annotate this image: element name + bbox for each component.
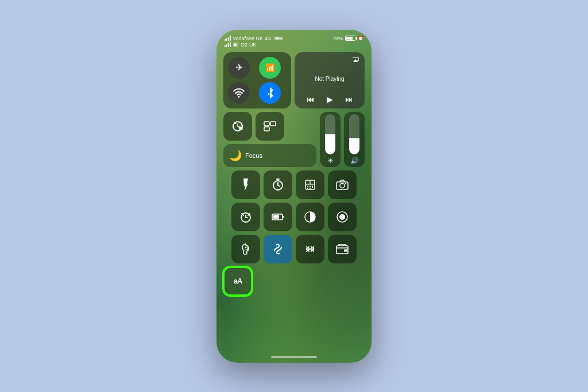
carrier1-label: vodafone UK 4G [233,36,272,41]
noise-control-icon [304,243,316,255]
svg-rect-4 [270,122,276,126]
row-accessibility [223,235,365,263]
lte-badge: ▶ [233,42,238,47]
svg-text:—: — [274,215,277,219]
screen-mirror-icon [264,121,276,131]
dark-mode-icon [304,211,316,223]
bluetooth-icon [266,87,274,99]
flashlight-icon [242,178,249,191]
phone-frame: vodafone UK 4G VPN ▶ O2-UK 78% [216,30,372,363]
play-button[interactable]: ▶ [327,95,333,104]
focus-button[interactable]: 🌙 Focus [223,144,316,167]
home-indicator [271,356,317,358]
shazam-button[interactable] [264,235,292,263]
svg-rect-17 [307,188,308,189]
prev-button[interactable]: ⏮ [307,95,315,104]
display-text-icon: aA [234,277,242,285]
svg-point-21 [345,183,346,184]
alarm-icon [239,211,252,223]
content-area: vodafone UK 4G VPN ▶ O2-UK 78% [216,30,372,363]
dark-mode-button[interactable] [296,203,324,231]
alarm-status-icon: ⏰ [358,36,363,41]
battery-widget-button[interactable]: — [264,203,292,231]
row-connectivity: ✈ 📶 [223,52,365,108]
screen-record-icon [336,211,349,223]
signal-bars-1 [225,36,231,41]
wifi-button[interactable] [228,82,250,104]
svg-rect-28 [283,216,284,218]
row-extras: — [223,203,365,231]
flashlight-button[interactable] [231,170,260,199]
brightness-track [325,114,335,154]
battery-fill [346,37,353,40]
screen-record-button[interactable] [328,203,357,231]
calculator-icon [304,179,316,191]
vpn-badge: VPN [274,37,283,40]
display-text-button[interactable]: aA [223,267,252,296]
svg-point-34 [245,246,247,248]
hearing-icon [241,243,251,255]
tools-top-row [223,112,316,141]
alarm-button[interactable] [231,203,260,231]
shazam-icon [272,243,284,255]
connectivity-block: ✈ 📶 [223,52,291,108]
airplay-icon [352,57,359,63]
battery-icon [345,36,355,41]
signal-bars-2 [225,42,231,47]
bluetooth-button[interactable] [259,82,281,104]
status-left: vodafone UK 4G VPN ▶ O2-UK [225,36,283,48]
now-playing-widget: Not Playing ⏮ ▶ ⏭ [295,52,365,108]
carrier1-row: vodafone UK 4G VPN [225,36,283,41]
hearing-button[interactable] [231,235,260,263]
volume-slider[interactable]: 🔊 [344,112,365,167]
svg-rect-14 [307,185,308,187]
svg-line-8 [278,185,280,187]
timer-icon [272,178,284,191]
wallet-icon [336,244,349,254]
volume-icon: 🔊 [350,157,359,165]
carrier2-row: ▶ O2-UK [225,42,283,48]
brightness-slider[interactable]: ☀ [320,112,341,167]
timer-button[interactable] [264,170,292,199]
svg-rect-16 [312,185,313,188]
camera-button[interactable] [328,170,357,199]
brightness-icon: ☀ [327,157,334,165]
row-tools: 🌙 Focus ☀ 🔊 [223,112,365,167]
orientation-lock-icon [231,120,244,133]
svg-point-20 [340,183,345,188]
focus-label: Focus [245,152,262,159]
row-utilities [223,170,365,199]
camera-icon [336,180,349,190]
battery-percentage: 78% [332,36,343,41]
airplane-icon: ✈ [235,62,243,73]
wifi-icon [233,88,245,98]
next-button[interactable]: ⏭ [345,95,353,104]
row-bottom: aA [223,267,365,296]
svg-rect-2 [240,126,242,127]
svg-rect-15 [310,185,311,187]
battery-widget-icon: — [272,213,284,221]
wallet-button[interactable] [328,235,357,263]
airplay-row [300,57,359,63]
not-playing-label: Not Playing [300,64,359,95]
orientation-lock-button[interactable] [223,112,252,141]
calculator-button[interactable] [296,170,324,199]
svg-point-33 [339,214,345,220]
status-bar: vodafone UK 4G VPN ▶ O2-UK 78% [223,36,365,48]
tools-col: 🌙 Focus [223,112,316,167]
airplane-mode-button[interactable]: ✈ [228,57,250,79]
status-right: 78% ⏰ [332,36,363,41]
control-grid: ✈ 📶 [223,52,365,354]
focus-moon-icon: 🌙 [229,149,242,162]
svg-rect-5 [264,127,269,131]
wifi-calling-icon: 📶 [265,63,275,72]
media-controls: ⏮ ▶ ⏭ [300,95,359,104]
noise-control-button[interactable] [296,235,324,263]
brightness-fill [325,134,335,154]
volume-track [349,114,359,154]
wifi-calling-button[interactable]: 📶 [259,57,281,79]
screen-mirror-button[interactable] [256,112,284,141]
svg-rect-41 [344,249,347,251]
carrier2-label: O2-UK [241,42,257,48]
svg-rect-18 [310,188,311,189]
